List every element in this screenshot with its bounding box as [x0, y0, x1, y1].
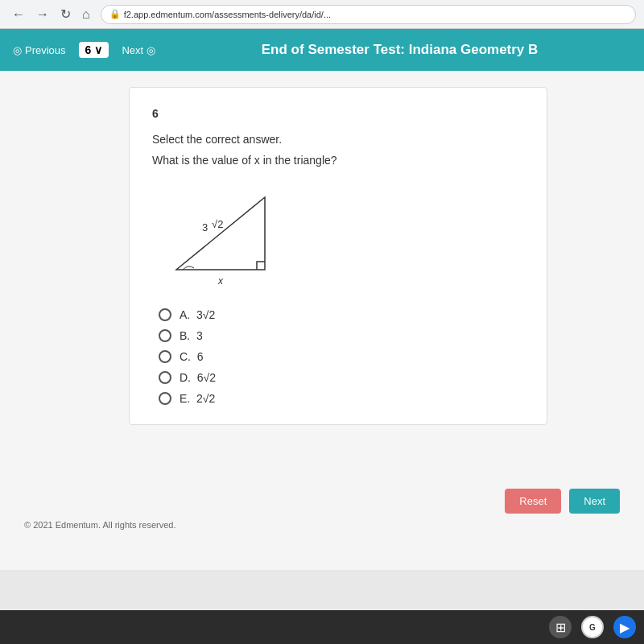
answer-option-B[interactable]: B. 3 — [159, 329, 524, 342]
triangle-diagram: 3 √2 x — [160, 181, 524, 289]
test-title: End of Semester Test: Indiana Geometry B — [168, 42, 631, 58]
main-content: 6 Select the correct answer. What is the… — [0, 71, 644, 570]
radio-D[interactable] — [159, 371, 171, 384]
chrome-icon[interactable]: G — [581, 616, 604, 638]
back-button[interactable]: ← — [8, 6, 29, 23]
svg-text:x: x — [217, 275, 224, 286]
previous-button[interactable]: ◎ Previous — [13, 44, 66, 56]
radio-A[interactable] — [159, 308, 171, 321]
answer-label-A: A. 3√2 — [180, 308, 215, 321]
answer-option-D[interactable]: D. 6√2 — [159, 371, 524, 384]
next-button[interactable]: Next — [569, 489, 620, 514]
reset-button[interactable]: Reset — [505, 489, 561, 514]
triangle-svg: 3 √2 x — [160, 181, 289, 286]
answer-options: A. 3√2 B. 3 C. 6 D. 6√2 E. 2√2 — [159, 308, 524, 405]
refresh-button[interactable]: ↻ — [56, 5, 75, 23]
copyright-text: © 2021 Edmentum. All rights reserved. — [24, 520, 175, 530]
chevron-down-icon: ∨ — [94, 43, 102, 56]
radio-C[interactable] — [159, 350, 171, 363]
answer-option-C[interactable]: C. 6 — [159, 350, 524, 363]
svg-marker-0 — [176, 197, 265, 270]
footer: © 2021 Edmentum. All rights reserved. — [0, 514, 644, 536]
answer-label-B: B. 3 — [180, 329, 203, 342]
question-number: 6 — [152, 107, 524, 120]
lock-icon: 🔒 — [109, 9, 121, 19]
address-bar[interactable]: 🔒 f2.app.edmentum.com/assessments-delive… — [101, 5, 636, 24]
answer-label-D: D. 6√2 — [180, 371, 216, 384]
svg-text:√2: √2 — [212, 218, 223, 230]
radio-E[interactable] — [159, 392, 171, 405]
home-button[interactable]: ⌂ — [78, 6, 94, 23]
taskbar: ⊞ G ▶ — [0, 610, 644, 644]
radio-B[interactable] — [159, 329, 171, 342]
answer-option-A[interactable]: A. 3√2 — [159, 308, 524, 321]
previous-label: Previous — [25, 44, 66, 56]
browser-nav: ← → ↻ ⌂ — [8, 5, 94, 23]
forward-button[interactable]: → — [32, 6, 53, 23]
next-button-header[interactable]: Next ◎ — [122, 44, 155, 56]
question-text: What is the value of x in the triangle? — [152, 154, 524, 167]
question-number-dropdown[interactable]: 6 ∨ — [79, 42, 109, 58]
prev-icon: ◎ — [13, 44, 22, 56]
bottom-bar: Reset Next — [505, 489, 620, 514]
monitor-icon[interactable]: ⊞ — [549, 616, 572, 638]
svg-text:3: 3 — [202, 221, 208, 233]
answer-label-C: C. 6 — [180, 350, 204, 363]
question-num-text: 6 — [85, 43, 92, 56]
url-text: f2.app.edmentum.com/assessments-delivery… — [124, 10, 331, 19]
play-icon[interactable]: ▶ — [613, 616, 636, 638]
answer-label-E: E. 2√2 — [180, 392, 215, 405]
question-card: 6 Select the correct answer. What is the… — [129, 87, 547, 425]
app-header: ◎ Previous 6 ∨ Next ◎ End of Semester Te… — [0, 29, 644, 71]
answer-option-E[interactable]: E. 2√2 — [159, 392, 524, 405]
question-instruction: Select the correct answer. — [152, 133, 524, 146]
next-icon: ◎ — [147, 44, 155, 56]
next-label-header: Next — [122, 44, 143, 56]
browser-bar: ← → ↻ ⌂ 🔒 f2.app.edmentum.com/assessment… — [0, 0, 644, 29]
